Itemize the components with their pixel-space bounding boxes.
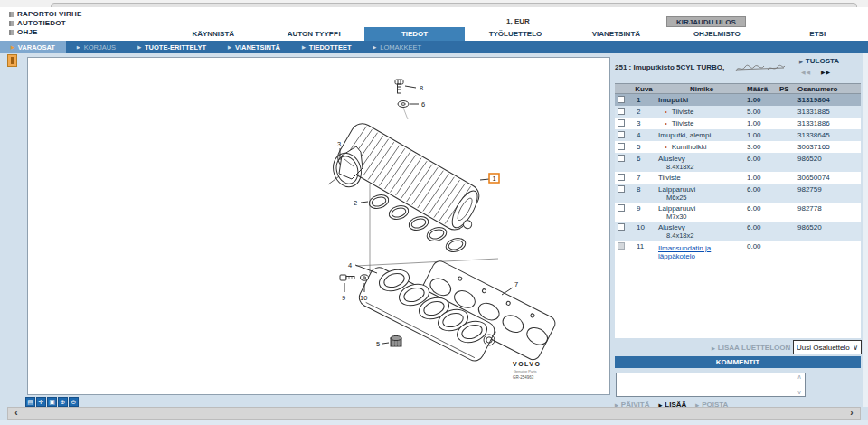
window-frame-bottom — [0, 420, 868, 425]
report-error-link[interactable]: RAPORTOI VIRHE — [9, 10, 82, 18]
table-row[interactable]: 6Aluslevy8.4x18x26.00986520 — [615, 153, 861, 172]
vertical-scroll-track — [863, 53, 868, 407]
subtab-varaosat[interactable]: ▶VARAOSAT — [0, 41, 66, 53]
header-nimike: Nimike — [656, 85, 747, 93]
comment-scrollbar[interactable]: ∧∨ — [794, 373, 805, 396]
part-name-text: Laipparuuvi — [658, 185, 695, 194]
logout-button[interactable]: KIRJAUDU ULOS — [666, 16, 746, 27]
row-part-number: 986520 — [797, 222, 861, 231]
row-checkbox-cell — [615, 130, 631, 138]
table-row[interactable]: 1Imuputki1.0031319804 — [615, 94, 861, 106]
callout-10: 10 — [360, 294, 367, 302]
row-checkbox[interactable] — [618, 143, 625, 150]
add-to-list-link[interactable]: ▶LISÄÄ LUETTELOON — [712, 344, 790, 352]
row-part-name: •Tiiviste — [656, 118, 747, 128]
row-checkbox[interactable] — [618, 242, 625, 250]
diagram-reference-number: GR-254963 — [513, 375, 534, 380]
table-row[interactable]: 5•Kumiholkki3.0030637165 — [615, 141, 861, 153]
parts-list-select[interactable]: Uusi Osaluettelo ∨ — [793, 340, 862, 354]
link-bullet-icon — [9, 30, 14, 35]
table-row[interactable]: 2•Tiiviste5.0031331885 — [615, 106, 861, 118]
scroll-down-icon: ∨ — [797, 389, 801, 396]
exploded-parts-diagram: 8 6 — [28, 58, 609, 394]
print-link[interactable]: ▶TULOSTA — [799, 57, 839, 65]
help-link[interactable]: OHJE — [9, 28, 82, 36]
row-checkbox[interactable] — [618, 119, 625, 127]
tab-tiedot[interactable]: TIEDOT — [364, 27, 465, 41]
next-figure-button[interactable]: ▶▶ — [821, 70, 831, 75]
pan-icon[interactable]: ✛ — [36, 397, 46, 407]
row-checkbox[interactable] — [618, 185, 625, 193]
top-links: RAPORTOI VIRHE AUTOTIEDOT OHJE — [9, 10, 82, 37]
print-label: TULOSTA — [806, 57, 839, 65]
callout-4: 4 — [348, 261, 352, 269]
comment-input[interactable] — [617, 373, 794, 396]
subtab-tuote-erittelyt-label: TUOTE-ERITTELYT — [145, 43, 206, 52]
row-position-number: 9 — [631, 203, 656, 212]
row-checkbox[interactable] — [618, 223, 625, 231]
tab-vianetsinta[interactable]: VIANETSINTÄ — [566, 27, 666, 41]
tab-etsi[interactable]: ETSI — [768, 27, 868, 41]
print-diagram-icon[interactable]: ▤ — [25, 397, 35, 407]
tab-tyoluettelo[interactable]: TYÖLUETTELO — [465, 27, 565, 41]
vehicle-info-label: AUTOTIEDOT — [17, 19, 66, 27]
subtab-tiedotteet[interactable]: ▶TIEDOTTEET — [291, 41, 363, 53]
vehicle-info-link[interactable]: AUTOTIEDOT — [9, 19, 82, 27]
callout-9: 9 — [342, 294, 345, 302]
header-maara: Määrä — [747, 85, 779, 93]
table-row[interactable]: 4Imuputki, alempi1.0031338645 — [615, 129, 861, 141]
chevron-right-icon: ▶ — [712, 345, 715, 351]
tab-kaynnista[interactable]: KÄYNNISTÄ — [163, 27, 263, 41]
row-part-name: Tiiviste — [656, 173, 747, 182]
row-checkbox-cell — [615, 154, 631, 162]
row-checkbox[interactable] — [618, 204, 625, 212]
part-name-text: Tiiviste — [658, 174, 681, 182]
row-quantity: 1.00 — [747, 173, 779, 182]
comments-header: KOMMENTIT — [615, 356, 861, 368]
table-row[interactable]: 8LaipparuuviM6x256.00982759 — [615, 184, 861, 203]
volvo-genuine-parts-text: Genuine Parts — [514, 369, 537, 373]
row-checkbox[interactable] — [618, 174, 625, 181]
panel-collapse-toggle[interactable] — [7, 54, 17, 67]
subtab-tuote-erittelyt[interactable]: ▶TUOTE-ERITTELYT — [127, 41, 217, 53]
callout-1: 1 — [493, 175, 496, 183]
table-row[interactable]: 11Ilmansuodatin ja läppäkotelo0.00 — [615, 241, 861, 261]
table-row[interactable]: 3•Tiiviste1.0031331886 — [615, 118, 861, 129]
parts-table: Kuva Nimike Määrä PS Osanumero 1Imuputki… — [615, 83, 861, 338]
row-part-number: 31338645 — [797, 130, 861, 139]
horizontal-scrollbar[interactable]: ‹ › — [7, 407, 861, 420]
callout-5: 5 — [376, 340, 380, 348]
row-part-name: •Kumiholkki — [656, 142, 747, 151]
row-checkbox[interactable] — [618, 96, 625, 103]
previous-figure-button[interactable]: ◀◀ — [801, 70, 811, 75]
subtab-varaosat-label: VARAOSAT — [18, 43, 55, 52]
row-checkbox-cell — [615, 173, 631, 181]
row-part-number: 30637165 — [797, 142, 861, 151]
figure-pager: ◀◀ ▶▶ — [801, 69, 831, 75]
part-spec-text: M6x25 — [658, 194, 747, 202]
zoom-out-icon[interactable]: ⊖ — [69, 397, 79, 407]
scroll-left-icon[interactable]: ‹ — [10, 408, 23, 419]
subtab-korjaus[interactable]: ▶KORJAUS — [66, 41, 127, 53]
row-position-number: 7 — [631, 173, 656, 182]
row-position-number: 8 — [631, 184, 656, 194]
subtab-lomakkeet[interactable]: ▶LOMAKKEET — [362, 41, 432, 53]
fit-to-window-icon[interactable]: ▣ — [47, 397, 57, 407]
chevron-right-icon: ▶ — [11, 44, 14, 50]
row-checkbox[interactable] — [618, 155, 625, 162]
row-checkbox[interactable] — [618, 108, 625, 115]
row-checkbox[interactable] — [618, 131, 625, 138]
table-row[interactable]: 9LaipparuuviM7x306.00982778 — [615, 203, 861, 222]
tab-auton-tyyppi[interactable]: AUTON TYYPPI — [263, 27, 363, 41]
subtab-vianetsinta[interactable]: ▶VIANETSINTÄ — [217, 41, 291, 53]
row-part-name: Aluslevy8.4x18x2 — [656, 154, 747, 171]
part-spec-text: M7x30 — [658, 212, 747, 221]
tab-ohjelmisto[interactable]: OHJELMISTO — [666, 27, 767, 41]
link-bullet-icon — [9, 12, 14, 17]
table-row[interactable]: 7Tiiviste1.0030650074 — [615, 172, 861, 184]
part-name-text: Laipparuuvi — [658, 204, 695, 212]
row-link[interactable]: Ilmansuodatin ja läppäkotelo — [658, 244, 747, 260]
table-row[interactable]: 10Aluslevy8.4x18x26.00986520 — [615, 222, 861, 241]
zoom-in-icon[interactable]: ⊕ — [58, 397, 68, 407]
scroll-right-icon[interactable]: › — [845, 408, 858, 419]
